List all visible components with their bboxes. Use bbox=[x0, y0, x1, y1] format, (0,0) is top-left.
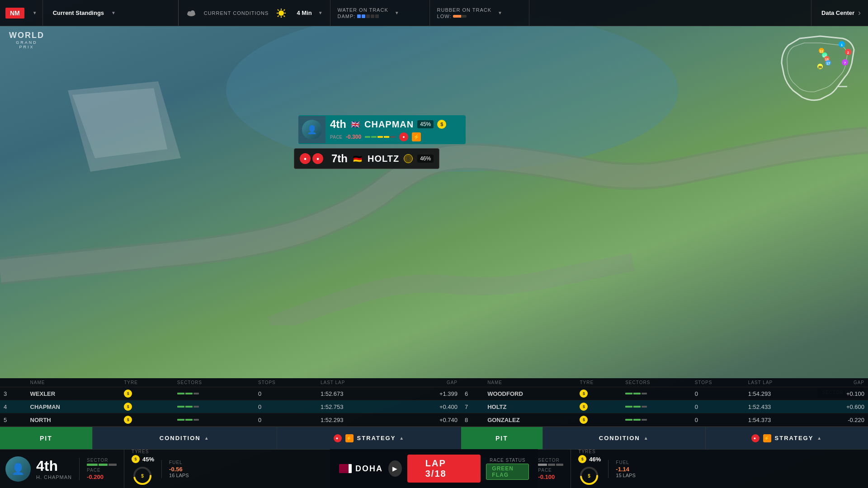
row-gap-r: +0.100 bbox=[813, 387, 868, 400]
col-gap-r: Gap bbox=[813, 378, 868, 387]
left-fuel-laps: 16 LAPS bbox=[169, 473, 189, 478]
sb2 bbox=[185, 406, 193, 408]
race-status: Race Status GREEN FLAG bbox=[486, 458, 529, 480]
conditions-section[interactable]: Current Conditions 4 Min ▼ bbox=[179, 0, 330, 26]
datacenter-label: Data Center bbox=[821, 9, 854, 16]
ls-bar-2 bbox=[99, 464, 108, 466]
left-strategy-button[interactable]: ● ⚡ STRATEGY ▲ bbox=[277, 427, 461, 449]
datacenter-section[interactable]: Data Center › bbox=[811, 0, 868, 26]
left-fuel-value: -0.56 bbox=[169, 466, 189, 473]
rubber-section[interactable]: Rubber on Track LOW: ▼ bbox=[430, 0, 529, 26]
right-condition-label: CONDITION bbox=[599, 435, 640, 441]
row-gap: +0.400 bbox=[397, 400, 461, 413]
row-name: CHAPMAN bbox=[27, 400, 121, 413]
left-strategy-label: STRATEGY bbox=[357, 435, 396, 441]
conditions-title: Current Conditions bbox=[204, 10, 269, 16]
right-strategy-button[interactable]: ● ⚡ STRATEGY ▲ bbox=[706, 427, 868, 449]
row-stops-r: 0 bbox=[691, 387, 745, 400]
row-lastlap-r: 1:52.433 bbox=[745, 400, 813, 413]
sb1r bbox=[625, 406, 632, 408]
row-tyre: $ bbox=[120, 387, 174, 400]
center-bottom-panel: DOHA ▶ LAP 3/18 Race Status GREEN FLAG bbox=[330, 449, 538, 488]
sb1 bbox=[177, 419, 184, 421]
standings-section[interactable]: Current Standings ▼ bbox=[43, 0, 179, 26]
play-button[interactable]: ▶ bbox=[388, 460, 402, 477]
right-condition-button[interactable]: CONDITION ▲ bbox=[543, 427, 706, 449]
sb2r bbox=[633, 393, 641, 394]
chapman-info: 4th 🇬🇧 CHAPMAN 45% $ PACE -0.300 ● ⚡ bbox=[326, 115, 466, 144]
col-stops-l: Stops bbox=[255, 378, 317, 387]
sb3r bbox=[642, 406, 647, 408]
sb3r bbox=[642, 419, 647, 421]
right-fuel-value: -1.14 bbox=[616, 466, 635, 473]
left-condition-caret: ▲ bbox=[204, 436, 210, 441]
sb1 bbox=[177, 393, 184, 394]
row-gap-r: +0.600 bbox=[813, 400, 868, 413]
row-tyre: $ bbox=[120, 400, 174, 413]
row-sectors-r bbox=[622, 413, 691, 427]
right-sector-bars bbox=[538, 464, 563, 466]
left-table-row: 4 CHAPMAN $ 0 1:52.753 +0.400 bbox=[0, 400, 461, 413]
standings-dropdown: ▼ bbox=[111, 10, 116, 15]
qatar-flag bbox=[339, 464, 352, 473]
sun-icon bbox=[276, 8, 287, 19]
left-driver-position: 4th bbox=[36, 458, 70, 474]
chapman-pos-name: 4th 🇬🇧 CHAPMAN 45% $ bbox=[330, 118, 461, 131]
left-strategy-caret: ▲ bbox=[399, 436, 405, 441]
svg-text:17: 17 bbox=[826, 62, 830, 65]
sb3 bbox=[193, 406, 199, 408]
tyre-bar-1 bbox=[365, 136, 370, 138]
left-pace-label: Pace bbox=[87, 468, 117, 473]
row-pos-r: 8 bbox=[461, 413, 484, 427]
track-info: DOHA bbox=[339, 464, 383, 474]
col-num bbox=[0, 378, 27, 387]
nm-section[interactable]: NM ▼ bbox=[0, 0, 43, 26]
ls-bar-3 bbox=[108, 464, 117, 466]
water-dropdown: ▼ bbox=[395, 10, 399, 15]
right-tyres-pct: 46% bbox=[589, 456, 601, 463]
right-strategy-caret: ▲ bbox=[817, 436, 822, 441]
svg-line-12 bbox=[284, 15, 285, 17]
chapman-lightning-badge: ⚡ bbox=[412, 132, 421, 141]
row-gap: +1.399 bbox=[397, 387, 461, 400]
chapman-pace-row: PACE -0.300 ● ⚡ bbox=[330, 132, 461, 141]
sb1r bbox=[625, 419, 632, 421]
row-stops: 0 bbox=[255, 400, 317, 413]
water-label: Water on Track bbox=[338, 7, 388, 13]
conditions-dropdown: ▼ bbox=[318, 10, 323, 15]
left-tyres-pct: 45% bbox=[142, 456, 154, 463]
left-fuel-gauge: $ bbox=[132, 465, 153, 487]
col-stops-r: Stops bbox=[691, 378, 745, 387]
row-stops-r: 0 bbox=[691, 400, 745, 413]
svg-text:11: 11 bbox=[820, 50, 823, 53]
row-lastlap-r: 1:54.373 bbox=[745, 413, 813, 427]
right-table-row: 7 HOLTZ $ 0 1:52.433 +0.600 bbox=[461, 400, 868, 413]
row-tyre-r: $ bbox=[576, 400, 622, 413]
svg-text:7: 7 bbox=[844, 61, 846, 65]
sb2r bbox=[633, 419, 641, 421]
col-sectors-l: Sectors bbox=[174, 378, 255, 387]
right-controls: PIT CONDITION ▲ ● ⚡ STRATEGY ▲ bbox=[461, 427, 868, 449]
right-standings-table: Name Tyre Sectors Stops Last Lap Gap 6 W… bbox=[461, 378, 868, 427]
water-section[interactable]: Water on Track DAMP: ▼ bbox=[330, 0, 430, 26]
svg-line-11 bbox=[278, 9, 279, 11]
col-lastlap-l: Last Lap bbox=[317, 378, 397, 387]
holtz-flag: 🇩🇪 bbox=[352, 155, 363, 162]
lap-counter: LAP 3/18 bbox=[407, 455, 481, 483]
svg-text:$: $ bbox=[141, 474, 144, 479]
right-pit-button[interactable]: PIT bbox=[461, 427, 543, 449]
right-table-row: 8 GONZALEZ $ 0 1:54.373 -0.220 bbox=[461, 413, 868, 427]
col-sectors-r: Sectors bbox=[622, 378, 691, 387]
left-condition-button[interactable]: CONDITION ▲ bbox=[93, 427, 277, 449]
svg-line-13 bbox=[284, 9, 285, 11]
col-lastlap-r: Last Lap bbox=[745, 378, 813, 387]
left-sector-bars bbox=[87, 464, 117, 466]
left-table-row: 3 WEXLER $ 0 1:52.673 +1.399 bbox=[0, 387, 461, 400]
left-pit-button[interactable]: PIT bbox=[0, 427, 93, 449]
right-condition-caret: ▲ bbox=[644, 436, 649, 441]
sb2r bbox=[633, 406, 641, 408]
row-sectors-r bbox=[622, 387, 691, 400]
right-tyres-section: Tyres $ 46% $ bbox=[571, 449, 601, 488]
chapman-name: CHAPMAN bbox=[364, 119, 414, 130]
strat-red-r: ● bbox=[751, 434, 760, 442]
